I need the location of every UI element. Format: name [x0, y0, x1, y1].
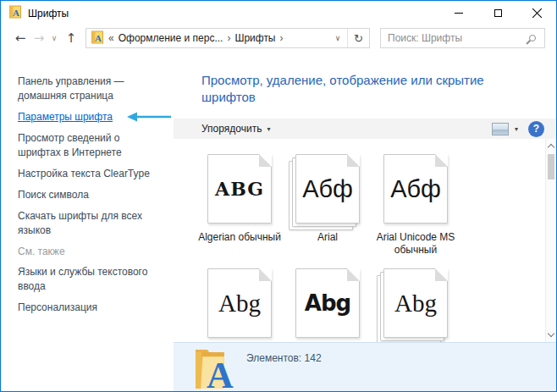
- sidebar-link[interactable]: Скачать шрифты для всех языков: [18, 209, 162, 238]
- recent-locations-dropdown-icon[interactable]: ∨: [48, 35, 60, 42]
- sidebar-link[interactable]: Просмотр сведений о шрифтах в Интернете: [18, 131, 162, 160]
- sidebar-link[interactable]: Языки и службы текстового ввода: [18, 265, 162, 294]
- font-preview-glyph: Абф: [302, 175, 353, 203]
- close-button[interactable]: [517, 1, 556, 25]
- font-preview-glyph: Абф: [390, 175, 441, 203]
- sidebar-link-label: Скачать шрифты для всех языков: [18, 210, 142, 236]
- sidebar-link[interactable]: Параметры шрифта: [18, 110, 162, 124]
- command-bar: Упорядочить ▾ ▾ ?: [174, 119, 556, 139]
- sidebar-heading: См. также: [18, 245, 162, 259]
- font-tile[interactable]: Abg: [372, 268, 460, 342]
- breadcrumb-overflow-icon[interactable]: «: [104, 32, 119, 44]
- sidebar-link[interactable]: Настройка текста ClearType: [18, 167, 162, 181]
- svg-text:A: A: [13, 8, 19, 18]
- breadcrumb-item[interactable]: Оформление и перс...: [119, 32, 223, 44]
- page-title: Просмотр, удаление, отображение или скры…: [201, 72, 522, 106]
- font-preview-glyph: ABG: [215, 178, 264, 200]
- sidebar-link-label: Панель управления — домашняя страница: [18, 75, 124, 102]
- fonts-control-panel-window: A Шрифты ← → ∨ ↑ A « Оформление и перс..…: [0, 0, 557, 392]
- callout-arrow-icon: [126, 112, 172, 126]
- details-pane: A Элементов: 142: [174, 342, 556, 391]
- address-bar[interactable]: A « Оформление и перс... › Шрифты › ∨ ↻: [85, 28, 370, 48]
- scroll-down-icon[interactable]: [548, 330, 554, 337]
- sidebar-link-label: Языки и службы текстового ввода: [18, 266, 147, 292]
- font-tile[interactable]: ABGAlgerian обычный: [196, 154, 284, 257]
- fonts-folder-icon-small: A: [91, 30, 104, 47]
- sidebar-link-label: Настройка текста ClearType: [18, 168, 150, 179]
- sidebar-link-label: См. также: [18, 246, 65, 257]
- font-file-icon: ABG: [207, 154, 272, 225]
- breadcrumb-chevron-icon[interactable]: ›: [276, 32, 288, 44]
- window-title: Шрифты: [28, 8, 69, 19]
- help-button[interactable]: ?: [528, 121, 544, 137]
- breadcrumb-chevron-icon[interactable]: ›: [223, 32, 234, 44]
- font-tile[interactable]: АбфArial Unicode MS обычный: [372, 154, 460, 257]
- up-button[interactable]: ↑: [60, 32, 82, 45]
- vertical-scrollbar[interactable]: [545, 139, 556, 342]
- font-file-icon: Abg: [207, 268, 272, 340]
- main-panel: Просмотр, удаление, отображение или скры…: [174, 51, 556, 391]
- breadcrumb-item[interactable]: Шрифты: [234, 32, 275, 44]
- font-tile-label: Arial: [317, 231, 338, 244]
- window-body: Панель управления — домашняя страницаПар…: [1, 51, 556, 391]
- sidebar-link[interactable]: Персонализация: [18, 301, 162, 315]
- search-box[interactable]: Поиск: Шрифты: [380, 28, 545, 48]
- font-tile-label: Algerian обычный: [198, 231, 281, 244]
- minimize-icon: [455, 13, 463, 14]
- organize-caret-icon: ▾: [267, 125, 270, 133]
- font-tile-label: Arial Unicode MS обычный: [372, 231, 459, 257]
- font-tile[interactable]: АбфArial: [284, 154, 372, 257]
- font-family-stack-icon: Абф: [295, 154, 360, 225]
- font-file-icon: Абф: [383, 154, 448, 225]
- sidebar-link-label: Поиск символа: [18, 189, 89, 201]
- sidebar-link-label: Просмотр сведений о шрифтах в Интернете: [18, 132, 122, 158]
- items-count: Элементов: 142: [246, 352, 322, 364]
- refresh-icon[interactable]: ↻: [347, 29, 369, 47]
- title-bar: A Шрифты: [1, 1, 556, 25]
- sidebar-link-label: Параметры шрифта: [18, 111, 113, 123]
- minimize-button[interactable]: [439, 1, 478, 25]
- sidebar-link-label: Персонализация: [18, 301, 97, 313]
- address-dropdown-icon[interactable]: ∨: [328, 34, 347, 42]
- search-placeholder: Поиск: Шрифты: [388, 32, 529, 44]
- svg-text:A: A: [95, 32, 102, 42]
- font-file-icon: Abg: [295, 268, 360, 340]
- fonts-folder-icon-large: A: [194, 346, 234, 392]
- search-icon[interactable]: [529, 35, 536, 41]
- font-list-area: ABGAlgerian обычныйАбфArialАбфArial Unic…: [174, 139, 556, 342]
- forward-button[interactable]: →: [30, 32, 48, 45]
- sidebar: Панель управления — домашняя страницаПар…: [1, 51, 174, 391]
- font-preview-glyph: Abg: [305, 290, 350, 316]
- font-tile[interactable]: Abg: [284, 268, 372, 342]
- maximize-icon: [494, 9, 502, 17]
- font-preview-glyph: Abg: [218, 290, 261, 317]
- sidebar-link[interactable]: Панель управления — домашняя страница: [18, 75, 162, 103]
- back-button[interactable]: ←: [11, 32, 30, 45]
- organize-button[interactable]: Упорядочить ▾: [201, 123, 270, 135]
- sidebar-link[interactable]: Поиск символа: [18, 188, 162, 202]
- font-tile[interactable]: AbgBaskerville Old Face обычный: [196, 268, 284, 342]
- main-header: Просмотр, удаление, отображение или скры…: [174, 51, 556, 119]
- scroll-up-icon[interactable]: [548, 144, 554, 151]
- organize-label: Упорядочить: [201, 123, 262, 135]
- change-view-icon[interactable]: [492, 123, 509, 135]
- close-icon: [532, 8, 543, 19]
- maximize-button[interactable]: [478, 1, 517, 25]
- change-view-caret-icon[interactable]: ▾: [515, 125, 518, 133]
- font-grid: ABGAlgerian обычныйАбфArialАбфArial Unic…: [174, 139, 543, 342]
- font-family-stack-icon: Abg: [383, 268, 448, 340]
- navigation-bar: ← → ∨ ↑ A « Оформление и перс... › Шрифт…: [1, 25, 556, 51]
- scrollbar-thumb[interactable]: [548, 154, 554, 179]
- fonts-app-icon: A: [8, 5, 22, 21]
- svg-text:A: A: [207, 355, 234, 390]
- font-preview-glyph: Abg: [394, 290, 437, 317]
